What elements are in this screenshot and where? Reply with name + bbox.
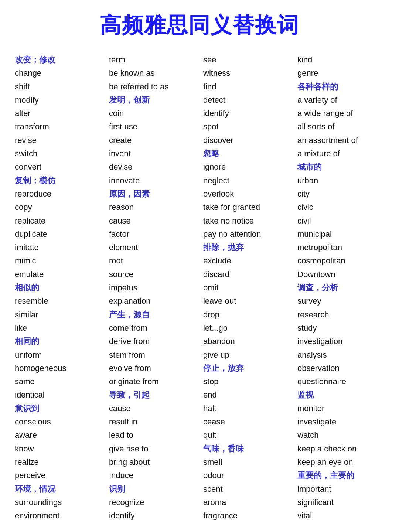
word-item: keep a check on <box>297 442 384 456</box>
chinese-heading: 停止，放弃 <box>203 362 290 375</box>
word-item: witness <box>203 66 290 80</box>
word-item: lead to <box>109 429 196 442</box>
word-item: create <box>109 134 196 147</box>
word-item: element <box>109 241 196 254</box>
word-item: metropolitan <box>297 241 384 254</box>
word-item: an assortment of <box>297 134 384 147</box>
word-item: pay no attention <box>203 228 290 241</box>
word-item: emulate <box>15 268 102 281</box>
chinese-heading: 监视 <box>297 388 384 402</box>
word-item: coin <box>109 107 196 120</box>
word-item: fragrance <box>203 509 290 522</box>
chinese-heading: 重要的，主要的 <box>297 469 384 482</box>
chinese-heading: 各种各样的 <box>297 80 384 93</box>
column-1: 改变；修改changeshiftmodifyaltertransformrevi… <box>15 53 102 522</box>
word-item: convert <box>15 160 102 174</box>
word-item: monitor <box>297 402 384 415</box>
word-item: cease <box>203 415 290 429</box>
word-item: mimic <box>15 254 102 267</box>
word-item: same <box>15 375 102 388</box>
word-item: take no notice <box>203 214 290 228</box>
word-item: innovate <box>109 174 196 187</box>
word-item: surroundings <box>15 496 102 509</box>
word-item: cause <box>109 402 196 415</box>
word-item: neglect <box>203 174 290 187</box>
word-item: urban <box>297 174 384 187</box>
word-item: factor <box>109 228 196 241</box>
word-item: know <box>15 442 102 456</box>
word-item: civil <box>297 214 384 228</box>
word-item: duplicate <box>15 228 102 241</box>
word-item: identify <box>203 107 290 120</box>
chinese-heading: 城市的 <box>297 160 384 174</box>
word-item: revise <box>15 134 102 147</box>
word-item: like <box>15 321 102 335</box>
word-item: cause <box>109 214 196 228</box>
chinese-heading: 意识到 <box>15 402 102 415</box>
chinese-heading: 相似的 <box>15 281 102 294</box>
word-item: copy <box>15 201 102 214</box>
chinese-heading: 产生，源自 <box>109 308 196 321</box>
word-item: explanation <box>109 294 196 308</box>
column-3: seewitnessfinddetectidentifyspotdiscover… <box>203 53 290 522</box>
chinese-heading: 排除，抛弃 <box>203 241 290 254</box>
word-item: investigation <box>297 335 384 348</box>
word-item: term <box>109 53 196 66</box>
chinese-heading: 原因，因素 <box>109 187 196 201</box>
word-item: let...go <box>203 321 290 335</box>
word-item: halt <box>203 402 290 415</box>
chinese-heading: 相同的 <box>15 335 102 348</box>
chinese-heading: 发明，创新 <box>109 93 196 107</box>
word-item: abandon <box>203 335 290 348</box>
word-item: a variety of <box>297 93 384 107</box>
chinese-heading: 导致，引起 <box>109 388 196 402</box>
word-item: root <box>109 254 196 267</box>
word-item: survey <box>297 294 384 308</box>
word-item: alter <box>15 107 102 120</box>
word-item: stem from <box>109 348 196 362</box>
chinese-heading: 环境，情况 <box>15 482 102 496</box>
word-item: cosmopolitan <box>297 254 384 267</box>
word-item: study <box>297 321 384 335</box>
word-item: bring about <box>109 456 196 469</box>
word-item: vital <box>297 509 384 522</box>
word-item: give up <box>203 348 290 362</box>
word-item: civic <box>297 201 384 214</box>
word-item: kind <box>297 53 384 66</box>
word-item: city <box>297 187 384 201</box>
column-2: termbe known asbe referred to as发明，创新coi… <box>109 53 196 522</box>
word-item: important <box>297 482 384 496</box>
word-item: uniform <box>15 348 102 362</box>
word-item: questionnaire <box>297 375 384 388</box>
word-item: change <box>15 66 102 80</box>
word-item: aroma <box>203 496 290 509</box>
word-item: a wide range of <box>297 107 384 120</box>
word-item: replicate <box>15 214 102 228</box>
word-item: end <box>203 388 290 402</box>
word-item: transform <box>15 120 102 133</box>
word-item: all sorts of <box>297 120 384 133</box>
word-item: conscious <box>15 415 102 429</box>
word-item: source <box>109 268 196 281</box>
word-item: take for granted <box>203 201 290 214</box>
word-item: find <box>203 80 290 93</box>
word-item: overlook <box>203 187 290 201</box>
word-item: drop <box>203 308 290 321</box>
word-item: watch <box>297 429 384 442</box>
word-item: be known as <box>109 66 196 80</box>
word-item: a mixture of <box>297 147 384 160</box>
word-item: genre <box>297 66 384 80</box>
word-item: reason <box>109 201 196 214</box>
word-item: resemble <box>15 294 102 308</box>
word-item: homogeneous <box>15 362 102 375</box>
word-item: realize <box>15 456 102 469</box>
word-item: research <box>297 308 384 321</box>
word-item: similar <box>15 308 102 321</box>
word-item: identical <box>15 388 102 402</box>
word-item: see <box>203 53 290 66</box>
word-item: analysis <box>297 348 384 362</box>
word-item: reproduce <box>15 187 102 201</box>
word-item: Induce <box>109 469 196 482</box>
word-item: perceive <box>15 469 102 482</box>
word-item: ignore <box>203 160 290 174</box>
